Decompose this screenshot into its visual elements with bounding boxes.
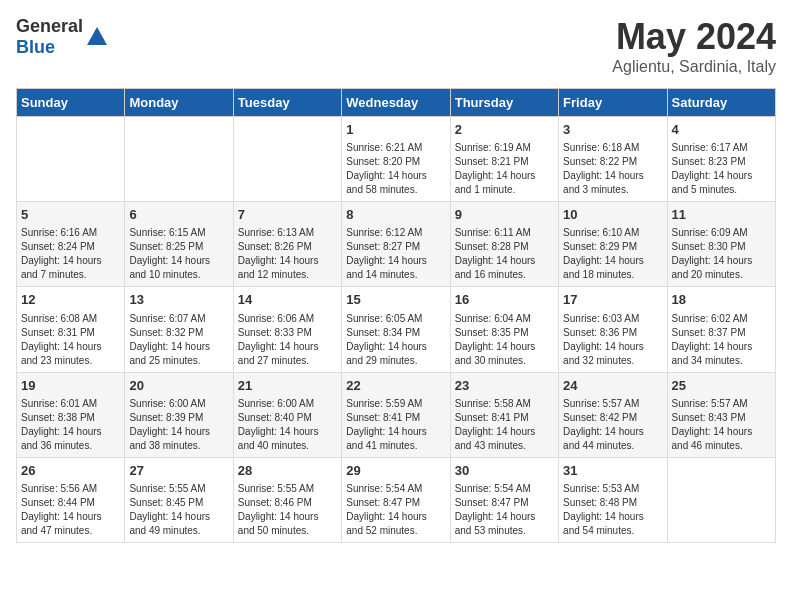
day-number: 27 (129, 462, 228, 480)
day-cell: 17Sunrise: 6:03 AM Sunset: 8:36 PM Dayli… (559, 287, 667, 372)
day-info: Sunrise: 6:02 AM Sunset: 8:37 PM Dayligh… (672, 312, 771, 368)
day-info: Sunrise: 5:57 AM Sunset: 8:43 PM Dayligh… (672, 397, 771, 453)
day-info: Sunrise: 6:08 AM Sunset: 8:31 PM Dayligh… (21, 312, 120, 368)
logo-text: General Blue (16, 16, 83, 58)
day-info: Sunrise: 6:00 AM Sunset: 8:40 PM Dayligh… (238, 397, 337, 453)
day-cell (667, 457, 775, 542)
day-number: 26 (21, 462, 120, 480)
day-number: 6 (129, 206, 228, 224)
month-title: May 2024 (612, 16, 776, 58)
day-number: 17 (563, 291, 662, 309)
day-header-wednesday: Wednesday (342, 89, 450, 117)
day-info: Sunrise: 5:53 AM Sunset: 8:48 PM Dayligh… (563, 482, 662, 538)
day-number: 30 (455, 462, 554, 480)
day-info: Sunrise: 6:03 AM Sunset: 8:36 PM Dayligh… (563, 312, 662, 368)
day-cell: 3Sunrise: 6:18 AM Sunset: 8:22 PM Daylig… (559, 117, 667, 202)
header-row: SundayMondayTuesdayWednesdayThursdayFrid… (17, 89, 776, 117)
location-title: Aglientu, Sardinia, Italy (612, 58, 776, 76)
day-number: 1 (346, 121, 445, 139)
day-info: Sunrise: 6:18 AM Sunset: 8:22 PM Dayligh… (563, 141, 662, 197)
day-number: 22 (346, 377, 445, 395)
day-info: Sunrise: 5:57 AM Sunset: 8:42 PM Dayligh… (563, 397, 662, 453)
day-info: Sunrise: 6:05 AM Sunset: 8:34 PM Dayligh… (346, 312, 445, 368)
day-cell: 28Sunrise: 5:55 AM Sunset: 8:46 PM Dayli… (233, 457, 341, 542)
day-number: 31 (563, 462, 662, 480)
week-row-2: 12Sunrise: 6:08 AM Sunset: 8:31 PM Dayli… (17, 287, 776, 372)
day-cell (125, 117, 233, 202)
calendar-table: SundayMondayTuesdayWednesdayThursdayFrid… (16, 88, 776, 543)
day-number: 20 (129, 377, 228, 395)
day-cell: 29Sunrise: 5:54 AM Sunset: 8:47 PM Dayli… (342, 457, 450, 542)
day-cell: 15Sunrise: 6:05 AM Sunset: 8:34 PM Dayli… (342, 287, 450, 372)
day-cell (17, 117, 125, 202)
day-info: Sunrise: 6:15 AM Sunset: 8:25 PM Dayligh… (129, 226, 228, 282)
logo-general: General (16, 16, 83, 36)
day-info: Sunrise: 6:09 AM Sunset: 8:30 PM Dayligh… (672, 226, 771, 282)
day-number: 5 (21, 206, 120, 224)
day-info: Sunrise: 6:01 AM Sunset: 8:38 PM Dayligh… (21, 397, 120, 453)
day-cell: 21Sunrise: 6:00 AM Sunset: 8:40 PM Dayli… (233, 372, 341, 457)
day-info: Sunrise: 6:00 AM Sunset: 8:39 PM Dayligh… (129, 397, 228, 453)
day-number: 16 (455, 291, 554, 309)
day-info: Sunrise: 5:59 AM Sunset: 8:41 PM Dayligh… (346, 397, 445, 453)
day-info: Sunrise: 5:58 AM Sunset: 8:41 PM Dayligh… (455, 397, 554, 453)
day-header-tuesday: Tuesday (233, 89, 341, 117)
logo-icon (85, 25, 109, 49)
day-info: Sunrise: 6:13 AM Sunset: 8:26 PM Dayligh… (238, 226, 337, 282)
week-row-3: 19Sunrise: 6:01 AM Sunset: 8:38 PM Dayli… (17, 372, 776, 457)
day-cell: 20Sunrise: 6:00 AM Sunset: 8:39 PM Dayli… (125, 372, 233, 457)
day-cell: 11Sunrise: 6:09 AM Sunset: 8:30 PM Dayli… (667, 202, 775, 287)
day-cell: 5Sunrise: 6:16 AM Sunset: 8:24 PM Daylig… (17, 202, 125, 287)
day-info: Sunrise: 5:56 AM Sunset: 8:44 PM Dayligh… (21, 482, 120, 538)
day-cell: 23Sunrise: 5:58 AM Sunset: 8:41 PM Dayli… (450, 372, 558, 457)
day-info: Sunrise: 6:11 AM Sunset: 8:28 PM Dayligh… (455, 226, 554, 282)
day-number: 4 (672, 121, 771, 139)
day-number: 21 (238, 377, 337, 395)
logo: General Blue (16, 16, 109, 58)
day-header-thursday: Thursday (450, 89, 558, 117)
day-number: 19 (21, 377, 120, 395)
day-cell: 31Sunrise: 5:53 AM Sunset: 8:48 PM Dayli… (559, 457, 667, 542)
day-header-friday: Friday (559, 89, 667, 117)
day-number: 7 (238, 206, 337, 224)
logo-blue: Blue (16, 37, 55, 57)
day-number: 10 (563, 206, 662, 224)
day-info: Sunrise: 6:06 AM Sunset: 8:33 PM Dayligh… (238, 312, 337, 368)
day-cell: 9Sunrise: 6:11 AM Sunset: 8:28 PM Daylig… (450, 202, 558, 287)
day-cell: 22Sunrise: 5:59 AM Sunset: 8:41 PM Dayli… (342, 372, 450, 457)
day-info: Sunrise: 6:10 AM Sunset: 8:29 PM Dayligh… (563, 226, 662, 282)
week-row-4: 26Sunrise: 5:56 AM Sunset: 8:44 PM Dayli… (17, 457, 776, 542)
day-cell: 13Sunrise: 6:07 AM Sunset: 8:32 PM Dayli… (125, 287, 233, 372)
day-number: 28 (238, 462, 337, 480)
day-number: 25 (672, 377, 771, 395)
day-cell: 12Sunrise: 6:08 AM Sunset: 8:31 PM Dayli… (17, 287, 125, 372)
day-number: 14 (238, 291, 337, 309)
day-cell: 14Sunrise: 6:06 AM Sunset: 8:33 PM Dayli… (233, 287, 341, 372)
day-cell: 18Sunrise: 6:02 AM Sunset: 8:37 PM Dayli… (667, 287, 775, 372)
day-info: Sunrise: 5:54 AM Sunset: 8:47 PM Dayligh… (455, 482, 554, 538)
day-number: 9 (455, 206, 554, 224)
day-info: Sunrise: 6:19 AM Sunset: 8:21 PM Dayligh… (455, 141, 554, 197)
day-cell: 8Sunrise: 6:12 AM Sunset: 8:27 PM Daylig… (342, 202, 450, 287)
day-info: Sunrise: 6:07 AM Sunset: 8:32 PM Dayligh… (129, 312, 228, 368)
week-row-1: 5Sunrise: 6:16 AM Sunset: 8:24 PM Daylig… (17, 202, 776, 287)
week-row-0: 1Sunrise: 6:21 AM Sunset: 8:20 PM Daylig… (17, 117, 776, 202)
day-cell: 24Sunrise: 5:57 AM Sunset: 8:42 PM Dayli… (559, 372, 667, 457)
day-cell: 1Sunrise: 6:21 AM Sunset: 8:20 PM Daylig… (342, 117, 450, 202)
day-cell: 25Sunrise: 5:57 AM Sunset: 8:43 PM Dayli… (667, 372, 775, 457)
day-cell: 16Sunrise: 6:04 AM Sunset: 8:35 PM Dayli… (450, 287, 558, 372)
day-info: Sunrise: 5:54 AM Sunset: 8:47 PM Dayligh… (346, 482, 445, 538)
day-header-saturday: Saturday (667, 89, 775, 117)
day-number: 18 (672, 291, 771, 309)
day-info: Sunrise: 6:16 AM Sunset: 8:24 PM Dayligh… (21, 226, 120, 282)
day-number: 13 (129, 291, 228, 309)
day-number: 8 (346, 206, 445, 224)
day-info: Sunrise: 5:55 AM Sunset: 8:45 PM Dayligh… (129, 482, 228, 538)
day-cell: 26Sunrise: 5:56 AM Sunset: 8:44 PM Dayli… (17, 457, 125, 542)
day-cell: 4Sunrise: 6:17 AM Sunset: 8:23 PM Daylig… (667, 117, 775, 202)
day-cell: 10Sunrise: 6:10 AM Sunset: 8:29 PM Dayli… (559, 202, 667, 287)
day-number: 29 (346, 462, 445, 480)
day-cell: 19Sunrise: 6:01 AM Sunset: 8:38 PM Dayli… (17, 372, 125, 457)
day-number: 12 (21, 291, 120, 309)
day-number: 3 (563, 121, 662, 139)
